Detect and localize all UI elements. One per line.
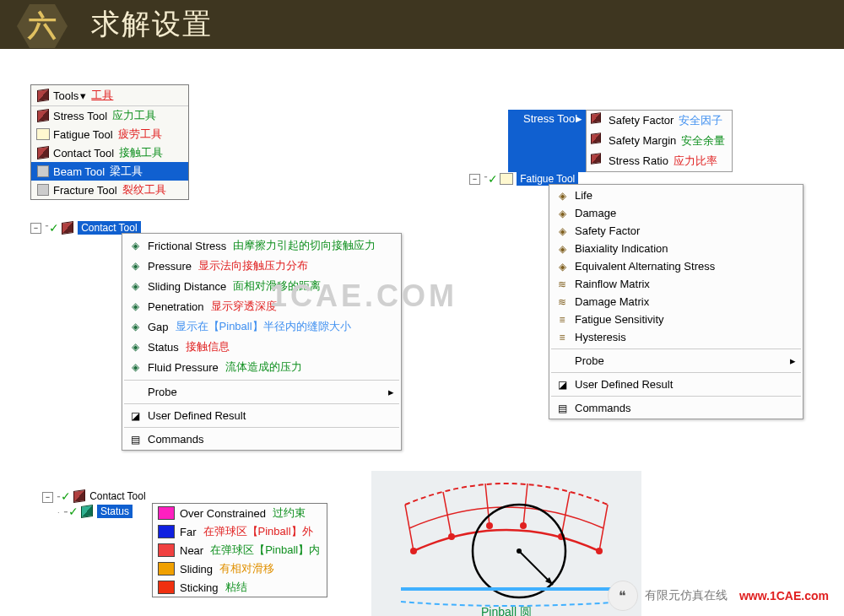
submenu-arrow-icon: ▸ (388, 386, 394, 398)
ctx-en: Penetration (148, 300, 204, 313)
udr-icon: ◪ (555, 379, 570, 391)
ctx-item-equivalent-alternating-stress[interactable]: ◈Equivalent Alternating Stress (549, 257, 803, 275)
probe-submenu[interactable]: Probe ▸ (549, 352, 803, 370)
status-item-near: Near在弹球区【Pinball】内 (153, 541, 327, 559)
safety-item-stress-ratio[interactable]: Stress Ratio应力比率 (587, 151, 732, 171)
ctx-item-biaxiality-indication[interactable]: ◈Biaxiality Indication (549, 240, 803, 257)
cube-icon (36, 89, 50, 102)
ctx-item-status[interactable]: ◈Status接触信息 (122, 337, 401, 357)
probe-label: Probe (575, 354, 604, 367)
ctx-icon: ◈ (127, 321, 143, 332)
stress-tool-flyout[interactable]: Stress Tool Safety Factor安全因子Safety Marg… (508, 110, 733, 172)
color-swatch (158, 543, 175, 557)
user-defined-result-item[interactable]: ◪ User Defined Result (549, 376, 803, 393)
probe-submenu[interactable]: Probe ▸ (122, 383, 401, 401)
ctx-icon: ◈ (555, 208, 570, 219)
svg-point-9 (520, 522, 527, 529)
tree-expand-icon[interactable]: − (42, 492, 53, 503)
tree-expand-icon[interactable]: − (469, 174, 480, 185)
status-zh: 粘结 (225, 580, 247, 595)
dropdown-arrow-icon: ▾ (80, 89, 86, 102)
tools-item-fatigue-tool[interactable]: Fatigue Tool疲劳工具 (31, 125, 188, 143)
commands-label: Commands (575, 402, 630, 414)
submenu-arrow-icon: ▸ (790, 354, 796, 367)
ctx-item-pressure[interactable]: ◈Pressure显示法向接触压力分布 (122, 256, 401, 276)
safety-item-safety-margin[interactable]: Safety Margin安全余量 (587, 131, 732, 151)
ctx-item-life[interactable]: ◈Life (549, 186, 803, 204)
tree-expand-icon[interactable]: − (30, 223, 41, 234)
ctx-item-damage-matrix[interactable]: ≋Damage Matrix (549, 293, 803, 311)
pinball-diagram: Pinball 圆 (371, 471, 641, 616)
item-zh: 应力比率 (674, 154, 717, 167)
ctx-item-frictional-stress[interactable]: ◈Frictional Stress由摩擦力引起的切向接触应力 (122, 235, 401, 256)
tools-item-beam-tool[interactable]: Beam Tool梁工具 (31, 162, 188, 181)
item-zh: 应力工具 (112, 108, 156, 123)
contact-context-menu[interactable]: ◈Frictional Stress由摩擦力引起的切向接触应力◈Pressure… (122, 233, 402, 451)
ctx-desc: 显示法向接触压力分布 (198, 258, 308, 273)
probe-label: Probe (148, 386, 177, 398)
ctx-item-penetration[interactable]: ◈Penetration显示穿透深度 (122, 296, 401, 316)
item-zh: 安全因子 (679, 114, 722, 127)
item-en: Stress Ratio (609, 154, 668, 167)
status-item-far: Far在弹球区【Pinball】外 (153, 522, 327, 541)
ctx-en: Life (575, 189, 592, 202)
wechat-icon: ❝ (608, 581, 638, 611)
ctx-en: Sliding Distance (148, 280, 226, 293)
item-zh: 梁工具 (110, 164, 143, 179)
pinball-label: Pinball 圆 (481, 605, 532, 616)
ctx-icon: ◈ (555, 243, 570, 255)
commands-item[interactable]: ▤ Commands (549, 399, 803, 417)
stress-tool-highlighted[interactable]: Stress Tool (508, 110, 586, 172)
ctx-icon: ≡ (555, 332, 570, 343)
ctx-item-damage[interactable]: ◈Damage (549, 204, 803, 222)
tools-item-stress-tool[interactable]: Stress Tool应力工具 (31, 106, 188, 125)
status-zh: 在弹球区【Pinball】内 (210, 543, 320, 558)
udr-label: User Defined Result (148, 409, 246, 422)
ctx-item-fatigue-sensitivity[interactable]: ≡Fatigue Sensitivity (549, 311, 803, 328)
ctx-item-gap[interactable]: ◈Gap显示在【Pinball】半径内的缝隙大小 (122, 316, 401, 337)
status-label: Status (97, 505, 133, 518)
udr-icon: ◪ (127, 410, 143, 422)
item-en: Stress Tool (53, 110, 107, 122)
ctx-desc: 面相对滑移的距离 (233, 278, 321, 294)
ctx-item-sliding-distance[interactable]: ◈Sliding Distance面相对滑移的距离 (122, 276, 401, 296)
stress-tool-submenu[interactable]: Safety Factor安全因子Safety Margin安全余量Stress… (586, 110, 733, 172)
commands-icon: ▤ (555, 403, 570, 414)
ctx-en: Frictional Stress (148, 240, 226, 252)
fatigue-context-menu[interactable]: ◈Life◈Damage◈Safety Factor◈Biaxiality In… (549, 184, 803, 419)
item-en: Safety Factor (609, 114, 674, 127)
item-en: Fatigue Tool (53, 128, 113, 141)
tools-item-fracture-tool[interactable]: Fracture Tool裂纹工具 (31, 181, 188, 199)
ctx-item-safety-factor[interactable]: ◈Safety Factor (549, 222, 803, 240)
cube-icon (73, 489, 86, 503)
status-item-over-constrained: Over Constrained过约束 (153, 504, 327, 522)
tools-button[interactable]: Tools ▾ 工具 (31, 85, 188, 106)
ctx-item-rainflow-matrix[interactable]: ≋Rainflow Matrix (549, 275, 803, 293)
check-icon: ✓ (68, 505, 78, 518)
ctx-item-hysteresis[interactable]: ≡Hysteresis (549, 328, 803, 346)
ctx-en: Pressure (148, 260, 192, 273)
commands-label: Commands (148, 433, 203, 446)
item-icon (36, 183, 50, 197)
check-icon: ✓ (61, 489, 71, 503)
tools-button-label: Tools (53, 89, 78, 102)
commands-item[interactable]: ▤ Commands (122, 430, 401, 448)
ctx-item-fluid-pressure[interactable]: ◈Fluid Pressure流体造成的压力 (122, 357, 401, 377)
tools-menu[interactable]: Tools ▾ 工具 Stress Tool应力工具Fatigue Tool疲劳… (30, 84, 189, 200)
tools-item-contact-tool[interactable]: Contact Tool接触工具 (31, 143, 188, 162)
ctx-en: Rainflow Matrix (575, 278, 650, 290)
tree-connector: ···· (484, 172, 486, 181)
item-icon (36, 127, 50, 141)
status-en: Far (180, 526, 197, 538)
ctx-en: Status (148, 341, 179, 354)
slide-header: 六 求解设置 (0, 0, 844, 49)
cube-teal-icon (80, 505, 94, 518)
item-en: Beam Tool (53, 165, 105, 178)
safety-item-safety-factor[interactable]: Safety Factor安全因子 (587, 111, 732, 131)
status-tree[interactable]: − ···· ✓ Contact Tool · ····· ✓ Status (42, 489, 146, 518)
ctx-en: Damage Matrix (575, 295, 649, 308)
ctx-icon: ◈ (127, 361, 143, 373)
user-defined-result-item[interactable]: ◪ User Defined Result (122, 407, 401, 424)
footer-watermark: ❝ 有限元仿真在线 www.1CAE.com (608, 581, 829, 611)
item-icon (36, 146, 50, 159)
